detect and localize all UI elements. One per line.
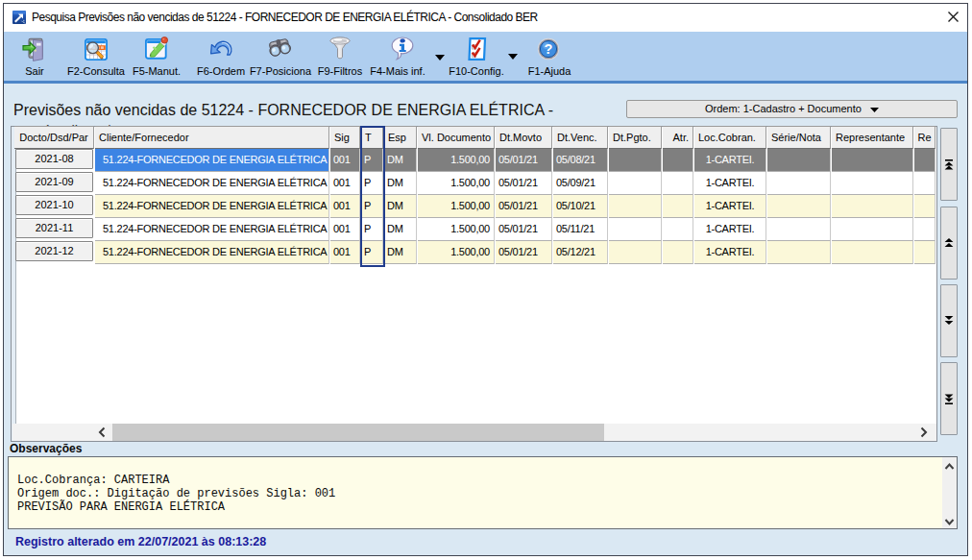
svg-text:?: ?: [545, 41, 553, 57]
